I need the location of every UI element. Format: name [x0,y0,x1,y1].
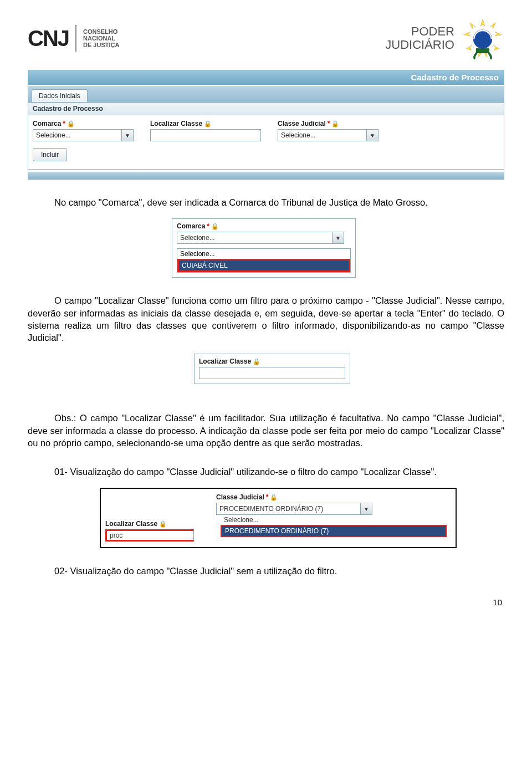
paragraph-comarca: No campo "Comarca", deve ser indicada a … [28,196,504,208]
lock-icon: 🔒 [331,120,339,127]
comarca-label: Comarca*🔒 [33,120,134,127]
svg-rect-11 [476,49,489,53]
loc-label-text: Localizar Classe [105,520,157,528]
cj-value[interactable]: Selecione... [278,129,366,141]
comarca-label-text: Comarca [33,120,61,127]
localizar-classe-label: Localizar Classe🔒 [195,354,350,367]
fields-row: Localizar Classe🔒 Classe Judicial*🔒 PROC… [101,489,456,547]
comarca-dropdown-list: Selecione... CUIABÁ CIVEL [177,248,351,273]
gradient-separator [28,172,504,180]
svg-marker-4 [495,32,502,36]
tabstrip: Dados Iniciais [28,87,504,103]
field-localizar-classe: Localizar Classe🔒 [105,520,194,542]
localizar-classe-input[interactable] [199,367,345,379]
screenshot-classe-judicial-filtered: Localizar Classe🔒 Classe Judicial*🔒 PROC… [100,488,457,548]
classe-judicial-label: Classe Judicial*🔒 [216,493,451,501]
paragraph-localizar-classe: O campo "Localizar Classe" funciona como… [28,294,504,344]
cj-label-text: Classe Judicial [216,493,264,501]
lock-icon: 🔒 [67,120,75,127]
document-title-bar: Cadastro de Processo [28,70,504,85]
lock-icon: 🔒 [211,223,219,230]
cj-label-text: Classe Judicial [278,120,326,127]
required-icon: * [207,222,209,230]
localizar-classe-input[interactable] [150,129,261,141]
dropdown-option-cuiaba[interactable]: CUIABÁ CIVEL [177,259,350,272]
required-icon: * [63,120,65,127]
chevron-down-icon[interactable]: ▼ [332,232,344,244]
svg-marker-3 [489,23,495,29]
paragraph-viz-02: 02- Visualização do campo "Classe Judici… [28,565,504,577]
chevron-down-icon[interactable]: ▼ [121,129,134,141]
classe-judicial-label: Classe Judicial*🔒 [278,120,378,127]
svg-marker-7 [470,23,476,29]
svg-marker-8 [464,32,470,36]
cnj-line1: CONSELHO [83,28,119,35]
loc-label-text: Localizar Classe [199,357,251,365]
dropdown-option-blank[interactable]: Selecione... [221,515,447,525]
comarca-select[interactable]: Selecione... ▼ [177,232,351,244]
field-localizar-classe: Localizar Classe🔒 [150,120,261,141]
page-header: CNJ CONSELHO NACIONAL DE JUSTIÇA PODER J… [28,11,504,70]
svg-marker-9 [466,45,472,50]
required-icon: * [266,493,269,501]
cnj-line2: NACIONAL [83,35,119,42]
localizar-classe-input[interactable] [105,529,194,542]
screenshot-comarca-dropdown: Comarca*🔒 Selecione... ▼ Selecione... CU… [172,218,356,278]
comarca-value[interactable]: Selecione... [33,129,121,141]
screenshot-localizar-classe: Localizar Classe🔒 [194,354,350,384]
cnj-line3: DE JUSTIÇA [83,42,119,48]
comarca-select[interactable]: Selecione... ▼ [33,129,134,141]
svg-marker-5 [493,45,499,50]
lock-icon: 🔒 [204,120,212,127]
judiciario-label: JUDICIÁRIO [385,38,454,52]
cnj-mark: CNJ [28,26,69,51]
dropdown-option-procedimento[interactable]: PROCEDIMENTO ORDINÁRIO (7) [221,525,447,537]
cj-value[interactable]: PROCEDIMENTO ORDINÁRIO (7) [216,503,360,515]
divider-icon [74,25,78,52]
brazil-emblem-icon [461,17,504,60]
poder-judiciario-logo: PODER JUDICIÁRIO [385,17,504,60]
chevron-down-icon[interactable]: ▼ [366,129,378,141]
pj-text: PODER JUDICIÁRIO [385,25,454,52]
document-title: Cadastro de Processo [411,73,499,82]
svg-point-1 [473,29,492,48]
comarca-value[interactable]: Selecione... [177,232,332,244]
paragraph-viz-01: 01- Visualização do campo "Classe Judici… [28,466,504,478]
tab-dados-iniciais[interactable]: Dados Iniciais [32,89,88,102]
field-classe-judicial: Classe Judicial*🔒 Selecione... ▼ [278,120,378,141]
loc-label-text: Localizar Classe [150,120,202,127]
localizar-classe-label: Localizar Classe🔒 [150,120,261,127]
button-row: Incluir [28,147,504,169]
panel-title: Cadastro de Processo [28,103,504,115]
lock-icon: 🔒 [253,358,260,365]
page-number: 10 [28,597,504,607]
cnj-subtitle: CONSELHO NACIONAL DE JUSTIÇA [83,28,119,48]
localizar-classe-label: Localizar Classe🔒 [105,520,194,528]
comarca-label: Comarca*🔒 [172,219,355,232]
lock-icon: 🔒 [270,494,278,501]
dropdown-option-blank[interactable]: Selecione... [177,249,350,259]
required-icon: * [328,120,330,127]
comarca-label-text: Comarca [177,222,205,230]
chevron-down-icon[interactable]: ▼ [360,503,372,515]
field-classe-judicial: Classe Judicial*🔒 PROCEDIMENTO ORDINÁRIO… [216,493,451,542]
field-comarca: Comarca*🔒 Selecione... ▼ [33,120,134,141]
screenshot-cadastro-form: Dados Iniciais Cadastro de Processo Coma… [28,86,504,170]
paragraph-obs: Obs.: O campo "Localizar Classe" é um fa… [28,412,504,449]
classe-judicial-select[interactable]: Selecione... ▼ [278,129,378,141]
classe-judicial-select[interactable]: PROCEDIMENTO ORDINÁRIO (7) ▼ [216,503,451,515]
svg-marker-2 [480,19,485,26]
poder-label: PODER [385,25,454,38]
lock-icon: 🔒 [159,520,167,528]
incluir-button[interactable]: Incluir [33,148,67,161]
form-fields-row: Comarca*🔒 Selecione... ▼ Localizar Class… [28,115,504,147]
cnj-logo: CNJ CONSELHO NACIONAL DE JUSTIÇA [28,25,119,52]
